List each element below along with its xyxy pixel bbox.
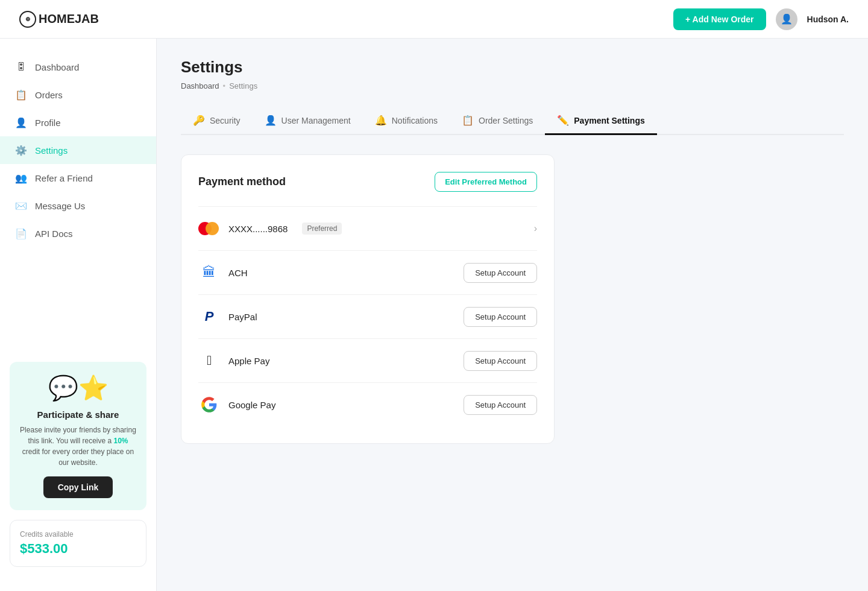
- google-g-icon: [201, 396, 218, 413]
- logo-text: HOMEJAB: [39, 12, 99, 26]
- sidebar-item-label: Profile: [35, 118, 61, 128]
- googlepay-name: Google Pay: [228, 400, 275, 410]
- breadcrumb-home[interactable]: Dashboard: [181, 81, 219, 90]
- refer-icon: 👥: [14, 171, 28, 185]
- ach-name: ACH: [228, 268, 248, 278]
- participate-icon: 💬⭐: [19, 374, 137, 402]
- tab-label: Payment Settings: [574, 116, 644, 125]
- participate-highlight: 10%: [114, 437, 128, 445]
- credits-card: Credits available $533.00: [10, 520, 146, 567]
- tab-notifications[interactable]: 🔔 Notifications: [363, 107, 450, 135]
- layout: 🎛 Dashboard 📋 Orders 👤 Profile ⚙️ Settin…: [0, 0, 868, 591]
- credits-label: Credits available: [20, 530, 136, 539]
- orders-icon: 📋: [14, 88, 28, 101]
- profile-icon: 👤: [14, 116, 28, 129]
- payment-row-left:  Apple Pay: [198, 350, 269, 371]
- dashboard-icon: 🎛: [14, 60, 28, 74]
- breadcrumb-current: Settings: [229, 81, 257, 90]
- user-management-icon: 👤: [265, 115, 277, 126]
- apple-icon: : [207, 353, 212, 368]
- participate-title: Participate & share: [19, 409, 137, 420]
- sidebar-item-settings[interactable]: ⚙️ Settings: [0, 136, 156, 164]
- ach-icon: 🏛: [203, 265, 216, 280]
- preferred-badge: Preferred: [302, 223, 342, 235]
- settings-icon: ⚙️: [14, 144, 28, 157]
- sidebar: 🎛 Dashboard 📋 Orders 👤 Profile ⚙️ Settin…: [0, 39, 157, 591]
- edit-preferred-button[interactable]: Edit Preferred Method: [435, 172, 537, 192]
- order-settings-icon: 📋: [462, 115, 474, 126]
- chevron-right-icon: ›: [534, 223, 537, 234]
- payment-row-applepay:  Apple Pay Setup Account: [198, 338, 537, 382]
- googlepay-logo: [198, 394, 220, 416]
- tab-payment-settings[interactable]: ✏️ Payment Settings: [545, 107, 656, 135]
- tab-order-settings[interactable]: 📋 Order Settings: [450, 107, 545, 135]
- participate-desc: Please invite your friends by sharing th…: [19, 425, 137, 468]
- payment-row-ach: 🏛 ACH Setup Account: [198, 250, 537, 294]
- breadcrumb: Dashboard • Settings: [181, 81, 844, 90]
- message-icon: ✉️: [14, 199, 28, 212]
- payment-row-googlepay: Google Pay Setup Account: [198, 382, 537, 426]
- paypal-setup-button[interactable]: Setup Account: [464, 307, 537, 327]
- notifications-icon: 🔔: [375, 115, 387, 126]
- mastercard-logo: [198, 218, 220, 239]
- sidebar-bottom: 💬⭐ Participate & share Please invite you…: [0, 352, 156, 577]
- payment-row-left: P PayPal: [198, 306, 257, 327]
- sidebar-item-api[interactable]: 📄 API Docs: [0, 220, 156, 247]
- logo-icon: ⊕: [19, 11, 36, 28]
- tab-label: Security: [210, 116, 241, 125]
- applepay-logo: : [198, 350, 220, 371]
- googlepay-setup-button[interactable]: Setup Account: [464, 395, 537, 415]
- security-icon: 🔑: [193, 115, 205, 126]
- tab-bar: 🔑 Security 👤 User Management 🔔 Notificat…: [181, 107, 844, 135]
- ach-logo: 🏛: [198, 262, 220, 283]
- tab-user-management[interactable]: 👤 User Management: [253, 107, 363, 135]
- sidebar-item-message[interactable]: ✉️ Message Us: [0, 192, 156, 220]
- ach-setup-button[interactable]: Setup Account: [464, 263, 537, 283]
- sidebar-item-dashboard[interactable]: 🎛 Dashboard: [0, 53, 156, 81]
- payment-row-left: XXXX......9868 Preferred: [198, 218, 342, 239]
- mc-orange-circle: [206, 222, 219, 235]
- credits-amount: $533.00: [20, 541, 136, 557]
- username: Hudson A.: [807, 14, 849, 24]
- sidebar-item-label: Message Us: [35, 201, 85, 211]
- main-content: Settings Dashboard • Settings 🔑 Security…: [157, 39, 868, 591]
- page-title: Settings: [181, 58, 844, 77]
- sidebar-nav: 🎛 Dashboard 📋 Orders 👤 Profile ⚙️ Settin…: [0, 53, 156, 247]
- sidebar-item-refer[interactable]: 👥 Refer a Friend: [0, 164, 156, 192]
- copy-link-button[interactable]: Copy Link: [43, 476, 113, 498]
- payment-section-title: Payment method: [198, 175, 286, 188]
- paypal-logo: P: [198, 306, 220, 327]
- paypal-icon: P: [205, 309, 214, 324]
- sidebar-item-label: API Docs: [35, 229, 73, 239]
- tab-label: User Management: [281, 116, 351, 125]
- payment-header: Payment method Edit Preferred Method: [198, 172, 537, 192]
- add-order-button[interactable]: + Add New Order: [673, 8, 766, 30]
- payment-section: Payment method Edit Preferred Method XXX…: [181, 154, 555, 444]
- sidebar-item-label: Orders: [35, 90, 63, 100]
- applepay-name: Apple Pay: [228, 356, 269, 366]
- payment-row-mastercard[interactable]: XXXX......9868 Preferred ›: [198, 206, 537, 250]
- logo: ⊕ HOMEJAB: [19, 11, 99, 28]
- sidebar-item-label: Refer a Friend: [35, 173, 93, 183]
- tab-security[interactable]: 🔑 Security: [181, 107, 253, 135]
- paypal-name: PayPal: [228, 312, 257, 322]
- mastercard-icon: [198, 221, 220, 236]
- topnav-right: + Add New Order 👤 Hudson A.: [673, 8, 849, 30]
- payment-row-left: Google Pay: [198, 394, 275, 416]
- avatar: 👤: [776, 8, 797, 30]
- participate-desc-post: credit for every order they place on our…: [22, 447, 134, 467]
- payment-settings-icon: ✏️: [557, 115, 569, 126]
- payment-row-paypal: P PayPal Setup Account: [198, 294, 537, 338]
- tab-label: Order Settings: [479, 116, 533, 125]
- sidebar-item-profile[interactable]: 👤 Profile: [0, 109, 156, 136]
- top-navigation: ⊕ HOMEJAB + Add New Order 👤 Hudson A.: [0, 0, 868, 39]
- tab-label: Notifications: [392, 116, 438, 125]
- card-number: XXXX......9868: [228, 224, 288, 234]
- payment-row-left: 🏛 ACH: [198, 262, 248, 283]
- applepay-setup-button[interactable]: Setup Account: [464, 351, 537, 371]
- sidebar-item-orders[interactable]: 📋 Orders: [0, 81, 156, 109]
- participate-card: 💬⭐ Participate & share Please invite you…: [10, 362, 146, 510]
- api-icon: 📄: [14, 227, 28, 240]
- breadcrumb-separator: •: [223, 81, 226, 90]
- sidebar-item-label: Dashboard: [35, 62, 79, 72]
